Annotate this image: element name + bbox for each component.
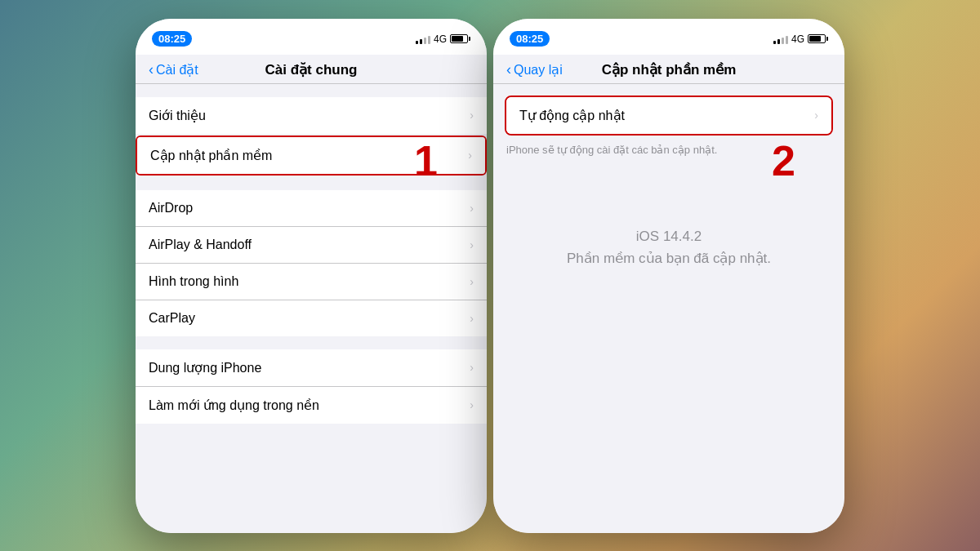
auto-update-highlighted-wrapper: Tự động cập nhật › (505, 96, 833, 136)
chevron-hinh: › (470, 275, 474, 288)
right-back-button[interactable]: ‹ Quay lại (506, 61, 563, 78)
spacer3 (136, 336, 487, 349)
rbar1 (773, 41, 776, 44)
right-back-arrow: ‹ (506, 61, 511, 78)
rbar2 (777, 39, 780, 44)
bar4 (428, 36, 430, 44)
left-group1: Giới thiệu › (136, 97, 487, 134)
left-row-hinh[interactable]: Hình trong hình › (136, 264, 487, 300)
battery-fill (452, 36, 463, 42)
left-row-airplay[interactable]: AirPlay & Handoff › (136, 227, 487, 264)
right-battery (808, 34, 828, 43)
update-description: iPhone sẽ tự động cài đặt các bản cập nh… (506, 144, 717, 156)
right-battery-fill (809, 36, 821, 42)
bar2 (420, 39, 422, 44)
right-row-auto-update[interactable]: Tự động cập nhật › (506, 97, 831, 134)
left-row-carplay-label: CarPlay (149, 311, 195, 326)
left-row-airdrop-label: AirDrop (149, 201, 193, 216)
right-back-label: Quay lại (514, 62, 563, 78)
left-row-lam-moi[interactable]: Làm mới ứng dụng trong nền › (136, 387, 487, 424)
left-row-gioi-thieu[interactable]: Giới thiệu › (136, 97, 487, 134)
left-status-icons: 4G (416, 33, 470, 45)
left-battery (450, 34, 470, 43)
chevron-airdrop: › (470, 202, 474, 215)
left-row-carplay[interactable]: CarPlay › (136, 300, 487, 336)
version-label: iOS 14.4.2 (636, 229, 702, 245)
chevron-airplay: › (470, 238, 474, 251)
left-phone: 08:25 4G ‹ Cà (136, 19, 487, 533)
left-back-button[interactable]: ‹ Cài đặt (149, 61, 198, 78)
rbar3 (782, 38, 784, 44)
chevron-gioi-thieu: › (470, 109, 474, 122)
right-row-auto-update-label: Tự động cập nhật (519, 108, 625, 123)
left-nav-title: Cài đặt chung (265, 61, 358, 78)
left-row-airplay-label: AirPlay & Handoff (149, 238, 252, 252)
left-network: 4G (434, 33, 447, 45)
right-nav-bar: ‹ Quay lại Cập nhật phần mềm 2 (493, 55, 844, 84)
left-signal (416, 34, 430, 44)
right-phone: 08:25 4G ‹ Qu (493, 19, 844, 533)
right-battery-body (808, 34, 826, 43)
right-time: 08:25 (510, 31, 550, 47)
chevron-auto-update: › (814, 109, 818, 122)
right-nav-title: Cập nhật phần mềm (602, 61, 737, 78)
left-nav-bar: ‹ Cài đặt Cài đặt chung 1 (136, 55, 487, 84)
right-step-number: 2 (772, 136, 795, 185)
right-network: 4G (791, 33, 804, 45)
left-row-cap-nhat-label: Cập nhật phần mềm (150, 148, 272, 163)
right-status-bar: 08:25 4G (493, 19, 844, 55)
rbar4 (786, 36, 788, 44)
phones-container: 08:25 4G ‹ Cà (136, 19, 844, 533)
left-group4: Dung lượng iPhone › Làm mới ứng dụng tro… (136, 349, 487, 424)
left-back-arrow: ‹ (149, 61, 154, 78)
right-signal (773, 34, 788, 44)
left-step-number: 1 (414, 136, 438, 185)
left-group3: AirDrop › AirPlay & Handoff › Hình trong… (136, 190, 487, 336)
chevron-cap-nhat: › (468, 149, 472, 162)
bar3 (424, 38, 426, 44)
battery-tip (469, 37, 470, 41)
left-row-dung-luong-label: Dung lượng iPhone (149, 360, 261, 375)
left-row-dung-luong[interactable]: Dung lượng iPhone › (136, 349, 487, 387)
left-status-bar: 08:25 4G (136, 19, 487, 55)
spacer1 (136, 84, 487, 97)
chevron-dung-luong: › (470, 361, 474, 374)
chevron-carplay: › (470, 312, 474, 325)
update-status-label: Phần mềm của bạn đã cập nhật. (567, 250, 771, 267)
battery-body (450, 34, 468, 43)
left-row-gioi-thieu-label: Giới thiệu (149, 108, 206, 123)
chevron-lam-moi: › (470, 398, 474, 411)
left-time: 08:25 (152, 31, 192, 47)
left-row-lam-moi-label: Làm mới ứng dụng trong nền (149, 398, 319, 413)
bar1 (416, 41, 418, 44)
left-row-hinh-label: Hình trong hình (149, 274, 238, 289)
left-back-label: Cài đặt (156, 62, 198, 78)
left-row-airdrop[interactable]: AirDrop › (136, 190, 487, 227)
right-battery-tip (826, 37, 828, 41)
right-status-icons: 4G (773, 33, 828, 45)
